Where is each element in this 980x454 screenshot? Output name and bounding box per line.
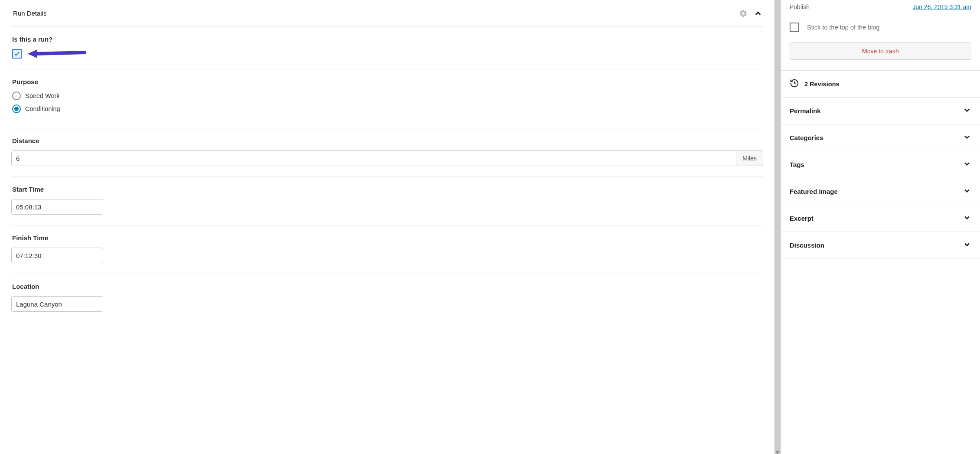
collapse-panel-icon[interactable] <box>753 8 763 19</box>
history-icon <box>790 78 799 89</box>
move-to-trash-button[interactable]: Move to trash <box>790 42 971 60</box>
finish-time-input[interactable] <box>11 248 103 263</box>
revisions-section[interactable]: 2 Revisions <box>781 70 980 97</box>
publish-row: Publish Jun 26, 2019 3:31 am <box>781 0 980 14</box>
field-finish-time: Finish Time <box>11 225 763 274</box>
location-input[interactable] <box>11 296 103 312</box>
permalink-section[interactable]: Permalink <box>781 97 980 124</box>
field-label: Purpose <box>11 78 763 85</box>
field-label: Distance <box>11 137 763 144</box>
section-title: Excerpt <box>790 215 813 222</box>
section-title: Featured Image <box>790 188 838 195</box>
field-purpose: Purpose Speed Work Conditioning <box>11 69 763 128</box>
annotation-arrow-icon <box>26 47 87 60</box>
chevron-down-icon <box>963 133 971 143</box>
radio-label: Conditioning <box>25 105 60 112</box>
section-title: Discussion <box>790 242 824 249</box>
field-label: Finish Time <box>11 234 763 242</box>
panel-header: Run Details <box>11 0 763 27</box>
field-label: Start Time <box>11 186 763 193</box>
main-panel: Run Details Is this a run? Purpose Spee <box>0 0 774 454</box>
is-run-checkbox[interactable] <box>12 49 22 59</box>
discussion-section[interactable]: Discussion <box>781 232 980 258</box>
gear-icon[interactable] <box>738 8 748 19</box>
start-time-input[interactable] <box>11 199 103 215</box>
radio-label: Speed Work <box>25 92 60 99</box>
distance-unit-suffix: Miles <box>736 150 763 166</box>
chevron-down-icon <box>963 106 971 116</box>
revisions-label: 2 Revisions <box>804 81 840 88</box>
purpose-radio-speed[interactable]: Speed Work <box>11 91 763 100</box>
field-location: Location <box>11 274 763 322</box>
publish-date-link[interactable]: Jun 26, 2019 3:31 am <box>913 3 971 10</box>
chevron-down-icon <box>963 160 971 170</box>
field-label: Is this a run? <box>11 36 763 43</box>
field-start-time: Start Time <box>11 177 763 225</box>
field-is-run: Is this a run? <box>11 27 763 69</box>
section-title: Categories <box>790 134 823 141</box>
stick-row: Stick to the top of the blog <box>781 14 980 42</box>
panel-title: Run Details <box>11 10 47 17</box>
distance-input[interactable] <box>11 150 736 166</box>
scrollbar[interactable] <box>774 0 781 454</box>
chevron-down-icon <box>963 213 971 223</box>
categories-section[interactable]: Categories <box>781 124 980 151</box>
publish-label: Publish <box>790 3 810 10</box>
purpose-radio-conditioning[interactable]: Conditioning <box>11 105 763 113</box>
excerpt-section[interactable]: Excerpt <box>781 205 980 232</box>
featured-image-section[interactable]: Featured Image <box>781 178 980 205</box>
stick-label: Stick to the top of the blog <box>807 24 880 31</box>
field-distance: Distance Miles <box>11 128 763 177</box>
field-label: Location <box>11 283 763 290</box>
stick-checkbox[interactable] <box>790 23 799 32</box>
sidebar: Publish Jun 26, 2019 3:31 am Stick to th… <box>781 0 980 454</box>
tags-section[interactable]: Tags <box>781 151 980 178</box>
section-title: Tags <box>790 161 804 168</box>
section-title: Permalink <box>790 107 821 114</box>
chevron-down-icon <box>963 186 971 196</box>
chevron-down-icon <box>963 240 971 250</box>
panel-actions <box>738 8 763 19</box>
